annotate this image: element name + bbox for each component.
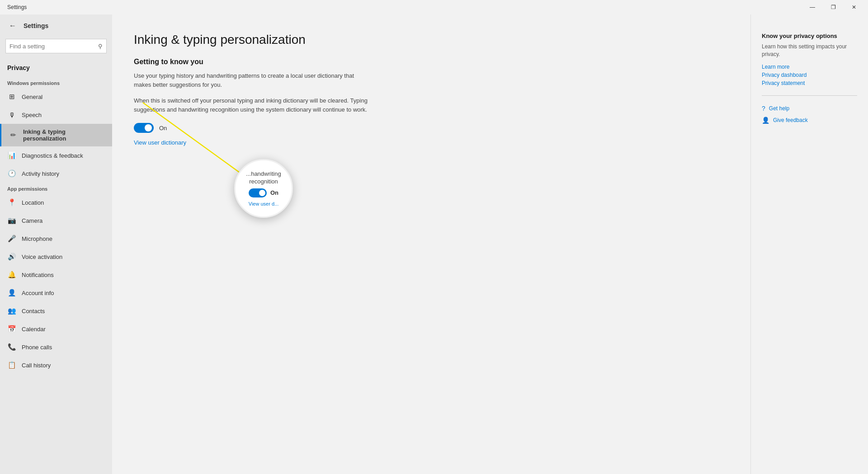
sidebar-label-microphone: Microphone [22,235,105,242]
sidebar-item-speech[interactable]: 🎙 Speech [0,106,112,124]
sidebar-item-microphone[interactable]: 🎤 Microphone [0,230,112,248]
magnifier-link: View user d... [249,201,278,206]
privacy-dashboard-link[interactable]: Privacy dashboard [762,72,857,78]
calendar-icon: 📅 [7,325,16,333]
toggle-knob [145,124,152,131]
title-bar: Settings — ❐ ✕ [0,0,868,14]
sidebar-item-activity[interactable]: 🕐 Activity history [0,164,112,183]
give-feedback-label: Give feedback [773,117,808,123]
notifications-icon: 🔔 [7,271,16,279]
sidebar-label-camera: Camera [22,217,105,224]
get-help-action[interactable]: ? Get help [762,105,857,112]
sidebar-item-diagnostics[interactable]: 📊 Diagnostics & feedback [0,146,112,164]
activity-icon: 🕐 [7,169,16,178]
sidebar-item-inking[interactable]: ✏ Inking & typing personalization [0,124,112,146]
windows-nav-items: ⊞ General 🎙 Speech ✏ Inking & typing per… [0,88,112,183]
inking-icon: ✏ [9,131,18,139]
sidebar-item-contacts[interactable]: 👥 Contacts [0,302,112,320]
sidebar: ← Settings ⚲ Privacy Windows permissions… [0,14,112,474]
sidebar-label-diagnostics: Diagnostics & feedback [22,152,105,159]
microphone-icon: 🎤 [7,235,16,243]
sidebar-label-speech: Speech [22,112,105,118]
inking-toggle[interactable] [134,123,154,133]
sidebar-item-notifications[interactable]: 🔔 Notifications [0,266,112,284]
right-panel-divider [762,95,857,96]
toggle-row: On [134,123,729,133]
sidebar-item-privacy[interactable]: Privacy [0,59,112,77]
sidebar-item-location[interactable]: 📍 Location [0,193,112,211]
sidebar-label-contacts: Contacts [22,308,105,314]
magnifier-text: ...handwritingrecognition [246,170,281,186]
sidebar-header: ← Settings [0,14,112,37]
sidebar-label-notifications: Notifications [22,272,105,278]
app-body: ← Settings ⚲ Privacy Windows permissions… [0,14,868,474]
sidebar-label-phone: Phone calls [22,344,105,351]
page-title: Inking & typing personalization [134,33,729,47]
window-controls: — ❐ ✕ [802,0,864,14]
privacy-label: Privacy [7,64,30,71]
magnifier-overlay: ...handwritingrecognition On View user d… [234,159,293,218]
call-history-icon: 📋 [7,361,16,369]
sidebar-label-inking: Inking & typing personalization [23,128,105,142]
sidebar-item-camera[interactable]: 📷 Camera [0,211,112,230]
sidebar-item-calendar[interactable]: 📅 Calendar [0,320,112,338]
search-icon: ⚲ [98,43,103,50]
diagnostics-icon: 📊 [7,151,16,160]
right-panel-title: Know your privacy options [762,33,857,39]
phone-icon: 📞 [7,343,16,351]
sidebar-label-call-history: Call history [22,362,105,369]
magnifier-toggle-knob [259,190,265,196]
feedback-icon: 👤 [762,117,769,124]
search-box[interactable]: ⚲ [5,39,107,53]
windows-permissions-label: Windows permissions [0,77,112,88]
app-nav-items: 📍 Location 📷 Camera 🎤 Microphone 🔊 Voice… [0,193,112,374]
speech-icon: 🎙 [7,111,16,119]
sidebar-item-account[interactable]: 👤 Account info [0,284,112,302]
sidebar-label-location: Location [22,199,105,206]
sidebar-label-account: Account info [22,290,105,296]
sidebar-label-voice: Voice activation [22,253,105,260]
description1: Use your typing history and handwriting … [134,71,369,89]
description2: When this is switched off your personal … [134,96,369,114]
camera-icon: 📷 [7,216,16,225]
main-content: Inking & typing personalization Getting … [112,14,750,474]
learn-more-link[interactable]: Learn more [762,64,857,70]
app-permissions-label: App permissions [0,183,112,193]
sidebar-item-voice[interactable]: 🔊 Voice activation [0,248,112,266]
sidebar-item-general[interactable]: ⊞ General [0,88,112,106]
minimize-button[interactable]: — [802,0,823,14]
privacy-statement-link[interactable]: Privacy statement [762,80,857,86]
section-title: Getting to know you [134,58,729,66]
magnifier-circle: ...handwritingrecognition On View user d… [234,159,293,218]
get-help-label: Get help [769,105,789,112]
account-icon: 👤 [7,289,16,297]
sidebar-label-calendar: Calendar [22,326,105,333]
location-icon: 📍 [7,198,16,206]
sidebar-label-activity: Activity history [22,170,105,177]
back-button[interactable]: ← [7,20,18,32]
magnifier-toggle-row: On [249,188,278,197]
search-input[interactable] [9,43,98,50]
magnifier-toggle [249,188,267,197]
sidebar-label-general: General [22,94,105,100]
right-panel: Know your privacy options Learn how this… [750,14,868,474]
help-icon: ? [762,105,765,112]
voice-icon: 🔊 [7,253,16,261]
close-button[interactable]: ✕ [844,0,864,14]
toggle-state-label: On [159,125,167,131]
sidebar-item-call-history[interactable]: 📋 Call history [0,356,112,374]
restore-button[interactable]: ❐ [823,0,844,14]
magnifier-on-label: On [270,189,278,196]
general-icon: ⊞ [7,93,16,101]
right-panel-desc: Learn how this setting impacts your priv… [762,43,857,58]
contacts-icon: 👥 [7,307,16,315]
sidebar-item-phone[interactable]: 📞 Phone calls [0,338,112,356]
give-feedback-action[interactable]: 👤 Give feedback [762,117,857,124]
view-user-dictionary-link[interactable]: View user dictionary [134,139,186,146]
sidebar-app-title: Settings [24,22,48,29]
window-title: Settings [4,4,802,10]
